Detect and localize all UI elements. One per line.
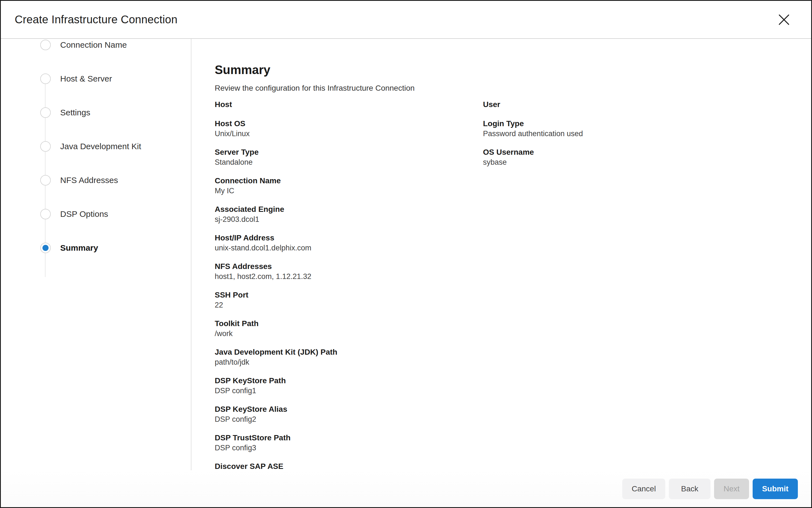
summary-columns: Host Host OS Unix/Linux Server Type Stan…	[215, 99, 800, 470]
dialog-title: Create Infrastructure Connection	[15, 13, 177, 26]
field-value: /work	[215, 329, 483, 339]
step-circle-icon	[40, 74, 51, 84]
summary-field-dsp-truststore-path: DSP TrustStore Path DSP config3	[215, 433, 483, 453]
summary-field-os-username: OS Username sybase	[483, 147, 800, 167]
field-label: Java Development Kit (JDK) Path	[215, 347, 483, 357]
summary-field-dsp-keystore-path: DSP KeyStore Path DSP config1	[215, 376, 483, 396]
create-infrastructure-connection-dialog: Create Infrastructure Connection Connect…	[0, 0, 812, 508]
summary-field-server-type: Server Type Standalone	[215, 147, 483, 167]
summary-field-associated-engine: Associated Engine sj-2903.dcol1	[215, 204, 483, 224]
summary-panel: Summary Review the configuration for thi…	[192, 39, 811, 470]
field-label: NFS Addresses	[215, 261, 483, 271]
field-label: Host/IP Address	[215, 233, 483, 243]
field-label: DSP KeyStore Alias	[215, 404, 483, 414]
field-value: DSP config2	[215, 414, 483, 424]
section-title-host: Host	[215, 99, 483, 110]
cancel-button[interactable]: Cancel	[622, 479, 665, 499]
step-circle-icon	[40, 107, 51, 118]
field-value: DSP config1	[215, 386, 483, 396]
summary-description: Review the configuration for this Infras…	[215, 83, 800, 93]
field-label: Toolkit Path	[215, 319, 483, 329]
summary-field-dsp-keystore-alias: DSP KeyStore Alias DSP config2	[215, 404, 483, 424]
next-button[interactable]: Next	[714, 479, 749, 499]
close-icon	[778, 14, 790, 26]
field-value: sybase	[483, 157, 800, 167]
step-label: Host & Server	[60, 74, 112, 83]
stepper-item-settings[interactable]: Settings	[40, 107, 191, 119]
step-circle-icon	[40, 141, 51, 152]
field-value: host1, host2.com, 1.12.21.32	[215, 271, 483, 282]
dialog-body: Connection Name Host & Server Settings J…	[1, 39, 811, 470]
field-value: Standalone	[215, 157, 483, 167]
stepper-item-nfs-addresses[interactable]: NFS Addresses	[40, 174, 191, 186]
summary-field-ssh-port: SSH Port 22	[215, 290, 483, 310]
field-value: path/to/jdk	[215, 357, 483, 367]
step-label: Java Development Kit	[60, 142, 141, 151]
field-label: Server Type	[215, 147, 483, 157]
step-circle-active-icon	[40, 243, 51, 253]
field-value: Password authentication used	[483, 129, 800, 139]
page-title: Summary	[215, 63, 800, 77]
wizard-stepper: Connection Name Host & Server Settings J…	[1, 39, 192, 470]
field-label: Login Type	[483, 119, 800, 129]
field-value: Unix/Linux	[215, 129, 483, 139]
field-value: DSP config3	[215, 443, 483, 453]
field-value: My IC	[215, 186, 483, 196]
step-label: Summary	[60, 243, 98, 253]
field-value: 22	[215, 300, 483, 310]
host-section: Host Host OS Unix/Linux Server Type Stan…	[215, 99, 483, 470]
step-label: Settings	[60, 108, 90, 117]
summary-field-jdk-path: Java Development Kit (JDK) Path path/to/…	[215, 347, 483, 367]
step-circle-icon	[40, 175, 51, 185]
stepper-item-java-development-kit[interactable]: Java Development Kit	[40, 140, 191, 153]
section-title-user: User	[483, 99, 800, 110]
step-label: NFS Addresses	[60, 175, 118, 185]
stepper-item-dsp-options[interactable]: DSP Options	[40, 208, 191, 220]
summary-field-login-type: Login Type Password authentication used	[483, 119, 800, 139]
submit-button[interactable]: Submit	[753, 479, 798, 499]
close-button[interactable]	[777, 12, 791, 27]
back-button[interactable]: Back	[669, 479, 710, 499]
step-circle-icon	[40, 40, 51, 50]
summary-field-host-ip-address: Host/IP Address unix-stand.dcol1.delphix…	[215, 233, 483, 253]
summary-field-toolkit-path: Toolkit Path /work	[215, 319, 483, 339]
dialog-header: Create Infrastructure Connection	[1, 1, 811, 39]
summary-field-discover-sap-ase: Discover SAP ASE	[215, 461, 483, 470]
field-label: Associated Engine	[215, 204, 483, 214]
field-label: OS Username	[483, 147, 800, 157]
field-label: DSP KeyStore Path	[215, 376, 483, 386]
step-circle-icon	[40, 209, 51, 219]
field-label: SSH Port	[215, 290, 483, 300]
stepper-item-summary[interactable]: Summary	[40, 242, 191, 254]
step-label: Connection Name	[60, 40, 127, 50]
field-label: Discover SAP ASE	[215, 461, 483, 470]
stepper-item-connection-name[interactable]: Connection Name	[40, 39, 191, 51]
step-label: DSP Options	[60, 209, 108, 219]
summary-field-nfs-addresses: NFS Addresses host1, host2.com, 1.12.21.…	[215, 261, 483, 282]
field-value: sj-2903.dcol1	[215, 214, 483, 224]
field-label: Connection Name	[215, 176, 483, 186]
summary-field-connection-name: Connection Name My IC	[215, 176, 483, 196]
summary-field-host-os: Host OS Unix/Linux	[215, 119, 483, 139]
dialog-footer: Cancel Back Next Submit	[1, 470, 811, 507]
field-value: unix-stand.dcol1.delphix.com	[215, 243, 483, 253]
field-label: DSP TrustStore Path	[215, 433, 483, 443]
stepper-item-host-server[interactable]: Host & Server	[40, 73, 191, 85]
user-section: User Login Type Password authentication …	[483, 99, 800, 176]
field-label: Host OS	[215, 119, 483, 129]
